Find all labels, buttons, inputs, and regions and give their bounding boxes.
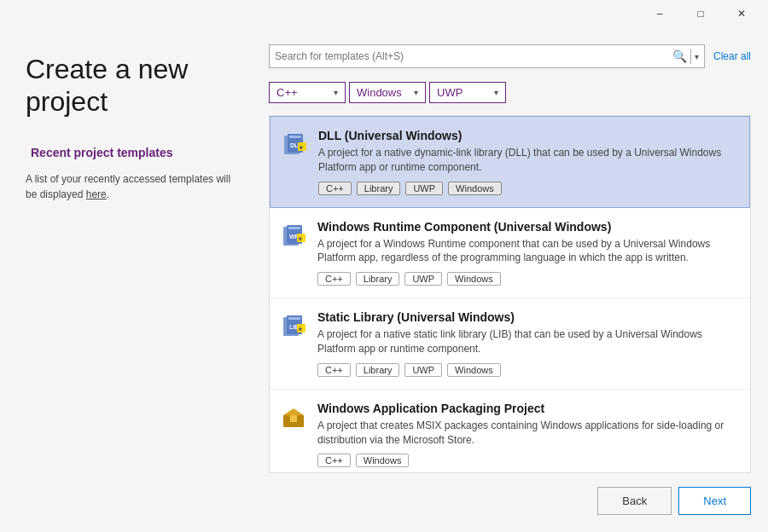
template-item-packaging[interactable]: Windows Application Packaging Project A … (270, 390, 750, 473)
dll-template-tags: C++ Library UWP Windows (318, 182, 739, 195)
main-container: Create a new project Recent project temp… (0, 27, 768, 532)
tag-cpp-2: C++ (317, 272, 351, 286)
dll-icon: DLL ★ (281, 130, 308, 158)
tag-cpp-3: C++ (317, 363, 351, 377)
filter-uwp[interactable]: UWP ▾ (429, 82, 506, 103)
tag-uwp-3: UWP (404, 363, 442, 377)
runtime-icon: WRC ★ (280, 222, 307, 249)
packaging-template-desc: A project that creates MSIX packages con… (317, 419, 740, 448)
filter-windows[interactable]: Windows ▾ (349, 82, 426, 103)
static-template-desc: A project for a native static link libra… (317, 327, 740, 356)
static-template-content: Static Library (Universal Windows) A pro… (317, 310, 740, 377)
tag-windows-4: Windows (356, 454, 410, 467)
tag-uwp-2: UWP (404, 272, 442, 286)
svg-rect-2 (289, 136, 301, 138)
svg-rect-8 (288, 227, 300, 229)
packaging-template-tags: C++ Windows (317, 454, 740, 467)
left-panel: Create a new project Recent project temp… (0, 27, 260, 532)
tag-library-3: Library (356, 363, 400, 377)
static-template-tags: C++ Library UWP Windows (317, 363, 740, 377)
minimize-button[interactable]: – (640, 0, 679, 27)
search-divider (690, 49, 691, 64)
packaging-template-name: Windows Application Packaging Project (317, 402, 740, 415)
runtime-template-name: Windows Runtime Component (Universal Win… (317, 220, 740, 234)
filter-row: C++ ▾ Windows ▾ UWP ▾ (269, 82, 751, 103)
static-icon: LIB ★ (280, 312, 307, 339)
template-item-dll[interactable]: DLL ★ DLL (Universal Windows) A project … (270, 116, 750, 208)
tag-cpp-4: C++ (317, 454, 351, 467)
uwp-caret-icon: ▾ (494, 88, 498, 97)
template-item-runtime[interactable]: WRC ★ Windows Runtime Component (Univers… (270, 208, 750, 299)
bottom-row: Back Next (269, 487, 751, 515)
next-button[interactable]: Next (678, 487, 751, 515)
template-item-static[interactable]: LIB ★ Static Library (Universal Windows)… (270, 298, 750, 390)
maximize-button[interactable]: □ (681, 0, 720, 27)
page-title: Create a new project (26, 53, 235, 119)
search-input[interactable] (275, 50, 672, 62)
static-template-name: Static Library (Universal Windows) (317, 310, 740, 324)
search-container: 🔍 ▾ (269, 44, 705, 68)
tag-windows-1: Windows (448, 182, 502, 195)
recent-section-title: Recent project templates (26, 142, 235, 163)
dll-template-content: DLL (Universal Windows) A project for a … (318, 129, 739, 195)
tag-library-2: Library (356, 272, 400, 286)
recent-description: A list of your recently accessed templat… (26, 171, 235, 202)
tag-library-1: Library (357, 182, 401, 195)
clear-all-button[interactable]: Clear all (713, 50, 751, 62)
close-button[interactable]: ✕ (722, 0, 761, 27)
packaging-icon (280, 403, 307, 431)
tag-cpp-1: C++ (318, 182, 352, 195)
tag-windows-3: Windows (447, 363, 501, 377)
search-row: 🔍 ▾ Clear all (269, 44, 751, 68)
runtime-template-desc: A project for a Windows Runtime componen… (317, 237, 740, 266)
dll-template-name: DLL (Universal Windows) (318, 129, 739, 142)
runtime-template-content: Windows Runtime Component (Universal Win… (317, 220, 740, 286)
windows-caret-icon: ▾ (414, 88, 418, 97)
back-button[interactable]: Back (597, 487, 672, 515)
filter-cpp[interactable]: C++ ▾ (269, 82, 346, 103)
tag-windows-2: Windows (447, 272, 501, 286)
right-panel: 🔍 ▾ Clear all C++ ▾ Windows ▾ UWP ▾ (260, 27, 768, 532)
svg-rect-14 (288, 317, 300, 320)
search-icon: 🔍 (672, 49, 687, 63)
tag-uwp-1: UWP (405, 182, 443, 195)
svg-rect-20 (290, 415, 297, 422)
template-list: DLL ★ DLL (Universal Windows) A project … (269, 115, 751, 473)
title-bar: – □ ✕ (0, 0, 768, 27)
cpp-caret-icon: ▾ (334, 88, 338, 97)
runtime-template-tags: C++ Library UWP Windows (317, 272, 740, 286)
dll-template-desc: A project for a native dynamic-link libr… (318, 146, 739, 175)
search-dropdown-arrow[interactable]: ▾ (695, 52, 699, 61)
svg-marker-19 (283, 408, 304, 415)
packaging-template-content: Windows Application Packaging Project A … (317, 402, 740, 468)
